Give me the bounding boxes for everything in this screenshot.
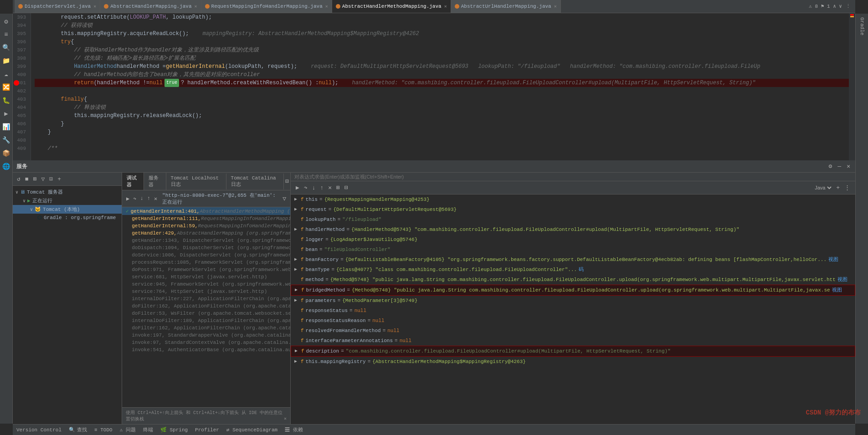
tree-item-tomcat-local[interactable]: ∨ 🐱 Tomcat (本地)	[13, 205, 122, 214]
beanfactory-view[interactable]: 视图	[828, 256, 838, 264]
tab-requestmapping[interactable]: RequestMappingInfoHandlerMapping.java ✕	[201, 0, 332, 13]
frame-item-f15[interactable]: doFilter:53, WsFilter (org.apache.tomcat…	[122, 310, 290, 317]
frame-item-f18[interactable]: invoke:197, StandardWrapperValve (org.ap…	[122, 332, 290, 339]
var-responsestatus[interactable]: f responseStatus = null	[291, 306, 855, 316]
tab-tomcat-log[interactable]: Tomcat Localhost 日志	[166, 174, 226, 189]
vars-stop[interactable]: ✕	[327, 183, 333, 192]
status-service[interactable]: ☰ 依赖	[285, 426, 303, 433]
var-method[interactable]: f method = {Method@5748} "public java.la…	[291, 275, 855, 285]
debug-restore-btn[interactable]: ⊟	[284, 177, 290, 186]
step-over-btn[interactable]: ↷	[132, 194, 138, 203]
frame-item-f12[interactable]: service:764, HttpServlet (javax.servlet.…	[122, 288, 290, 295]
tab-close-2[interactable]: ✕	[195, 4, 197, 9]
var-this[interactable]: ▶ f this = {RequestMappingHandlerMapping…	[291, 194, 855, 205]
var-interfaceparameter[interactable]: f interfaceParameterAnnotations = null	[291, 336, 855, 346]
var-bridgedmethod[interactable]: ▶ f bridgedMethod = {Method@5748} "publi…	[291, 285, 855, 296]
frame-item-f13[interactable]: internalDoFilter:227, ApplicationFilterC…	[122, 295, 290, 302]
tree-item-tomcat-server[interactable]: ∨ 🖥 Tomcat 服务器	[13, 188, 122, 196]
left-toolbar-stop[interactable]: ■	[24, 175, 30, 184]
tab-abstracthandlermethodmapping[interactable]: AbstractHandlerMethodMapping.java ✕	[332, 0, 451, 13]
tab-server[interactable]: 服务器	[144, 173, 166, 190]
gradle-btn[interactable]: Gradle	[858, 15, 866, 37]
var-bean[interactable]: f bean = "fileUploadController"	[291, 245, 855, 255]
tab-abstracthandlermapping[interactable]: AbstractHandlerMapping.java ✕	[100, 0, 201, 13]
tab-close-3[interactable]: ✕	[325, 4, 328, 9]
status-todo[interactable]: ≡ TODO	[94, 427, 113, 433]
frame-item-f4[interactable]: getHandler:429, AbstractHandlerMapping (…	[122, 230, 290, 237]
tree-item-gradle[interactable]: ⬡ Gradle : org.springframe	[13, 214, 122, 221]
vars-resume[interactable]: ▶	[294, 183, 301, 192]
frame-item-f16[interactable]: internalDoFilter:189, ApplicationFilterC…	[122, 317, 290, 324]
stop-btn[interactable]: ✕	[153, 194, 159, 203]
sidebar-btn-6[interactable]: 🔀	[1, 81, 11, 93]
vars-step-out[interactable]: ↑	[318, 184, 325, 192]
var-responsestatusreason[interactable]: f responseStatusReason = null	[291, 316, 855, 326]
code-content[interactable]: request.setAttribute(LOOKUP_PATH, lookup…	[31, 13, 849, 161]
frame-item-f8[interactable]: processRequest:1085, FrameworkServlet (o…	[122, 259, 290, 266]
tab-tomcat-catalina[interactable]: Tomcat Catalina 日志	[226, 174, 284, 189]
services-close-btn[interactable]: ✕	[845, 162, 852, 171]
thread-filter-btn[interactable]: ▽	[281, 194, 288, 203]
step-out-btn[interactable]: ↑	[146, 194, 152, 203]
resume-btn[interactable]: ▶	[125, 194, 131, 203]
tab-debugger[interactable]: 调试器	[122, 173, 144, 190]
frame-item-f7[interactable]: doService:1006, DispatcherServlet (org.s…	[122, 251, 290, 259]
beantype-view[interactable]: 码	[579, 266, 584, 274]
settings-btn[interactable]: ⋮	[845, 2, 852, 10]
tree-area[interactable]: ∨ 🖥 Tomcat 服务器 ∨ ▶ 正在运行 ∨ 🐱 Tomcat (本地)	[13, 186, 122, 424]
vars-menu-btn[interactable]: ⋮	[843, 183, 852, 192]
sidebar-btn-9[interactable]: 📊	[1, 121, 11, 133]
var-resolvedfromhandlermethod[interactable]: f resolvedFromHandlerMethod = null	[291, 326, 855, 336]
frame-item-f9[interactable]: doPost:971, FrameworkServlet (org.spring…	[122, 266, 290, 273]
tab-close-5[interactable]: ✕	[554, 4, 557, 9]
services-settings-btn[interactable]: ⚙	[827, 162, 834, 171]
var-handlermethod[interactable]: ▶ f handlerMethod = {HandlerMethod@5743}…	[291, 225, 855, 235]
sidebar-btn-11[interactable]: 📦	[1, 147, 11, 159]
vars-list[interactable]: ▶ f this = {RequestMappingHandlerMapping…	[291, 194, 855, 424]
left-toolbar-filter2[interactable]: ▽	[40, 174, 46, 184]
tree-item-running[interactable]: ∨ ▶ 正在运行	[13, 196, 122, 205]
sidebar-btn-8[interactable]: ▶	[3, 107, 9, 120]
services-minus-btn[interactable]: —	[836, 162, 842, 171]
frame-item-f11[interactable]: service:945, FrameworkServlet (org.sprin…	[122, 281, 290, 288]
vars-step-over[interactable]: ↷	[303, 183, 309, 192]
var-logger[interactable]: f logger = {LogAdapter$JavaUtilLog@5746}	[291, 235, 855, 245]
frame-item-f14[interactable]: doFilter:162, ApplicationFilterChain (or…	[122, 302, 290, 310]
step-into-btn[interactable]: ↓	[139, 194, 144, 203]
status-spring[interactable]: 🌿 Spring	[160, 427, 188, 433]
status-version-control[interactable]: Version Control	[16, 427, 62, 433]
frame-item-f10[interactable]: service:681, HttpServlet (javax.servlet.…	[122, 273, 290, 281]
tab-close-4[interactable]: ✕	[444, 4, 447, 9]
frame-item-f5[interactable]: getHandler:1343, DispatcherServlet (org.…	[122, 237, 290, 244]
editor-scrollbar[interactable]	[849, 13, 855, 161]
tab-dispatcherservlet[interactable]: DispatcherServlet.java ✕	[15, 0, 100, 13]
lang-selector[interactable]: Java	[813, 184, 833, 191]
frame-item-f2[interactable]: getHandlerInternal:111, RequestMappingIn…	[122, 215, 290, 222]
left-toolbar-filter1[interactable]: ⊞	[32, 174, 38, 184]
tab-abstracturlhandlermapping[interactable]: AbstractUrlHandlerMapping.java ✕	[451, 0, 561, 13]
status-search[interactable]: 🔍 查找	[69, 426, 87, 433]
tab-close-1[interactable]: ✕	[93, 4, 96, 9]
vars-grid[interactable]: ⊟	[343, 183, 349, 192]
eval-input[interactable]	[294, 174, 852, 179]
sidebar-btn-7[interactable]: 🐛	[1, 94, 11, 107]
var-parameters[interactable]: ▶ f parameters = {MethodParameter[3]@574…	[291, 296, 855, 306]
sidebar-btn-4[interactable]: 📁	[1, 55, 11, 67]
sidebar-btn-12[interactable]: 🌐	[1, 160, 11, 173]
var-description[interactable]: ▶ f description = "com.mashibing.control…	[291, 346, 855, 357]
left-toolbar-scroll[interactable]: ⊡	[48, 174, 54, 184]
var-lookuppath[interactable]: f lookupPath = "/fileupload"	[291, 215, 855, 225]
status-terminal[interactable]: 终端	[143, 426, 153, 433]
method-view[interactable]: 视图	[837, 276, 847, 284]
vars-step-into[interactable]: ↓	[311, 184, 317, 192]
sidebar-btn-2[interactable]: ≡	[3, 29, 9, 41]
frame-item-f19[interactable]: invoke:97, StandardContextValve (org.apa…	[122, 339, 290, 346]
status-sequence[interactable]: ⇄ SequenceDiagram	[226, 427, 277, 433]
status-profiler[interactable]: Profiler	[195, 427, 219, 433]
var-beantype[interactable]: ▶ f beanType = {Class@4077} "class com.m…	[291, 265, 855, 275]
sidebar-btn-5[interactable]: ☁	[3, 68, 9, 80]
left-toolbar-add[interactable]: +	[56, 175, 62, 184]
frame-list[interactable]: ✓ getHandlerInternal:401, AbstractHandle…	[122, 207, 290, 407]
frame-item-f1[interactable]: ✓ getHandlerInternal:401, AbstractHandle…	[122, 207, 290, 215]
vars-plus-btn[interactable]: +	[835, 184, 841, 192]
